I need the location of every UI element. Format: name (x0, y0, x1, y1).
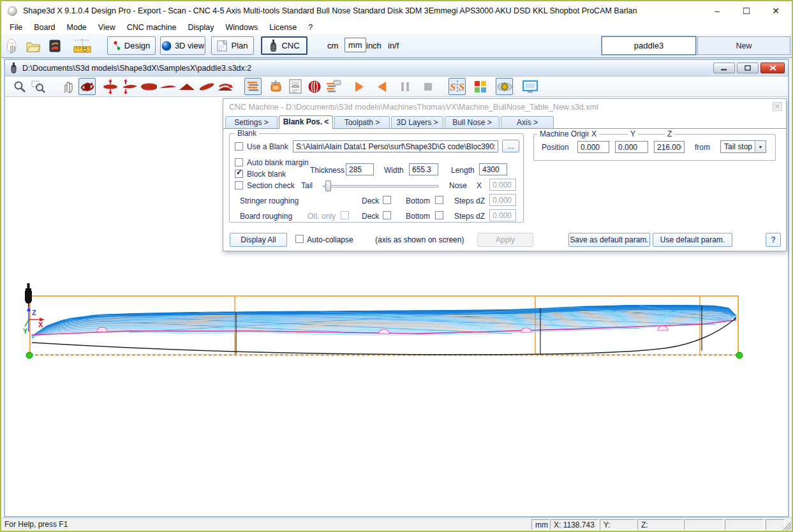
section-check-checkbox[interactable] (235, 181, 243, 189)
menu-cnc-machine[interactable]: CNC machine (121, 22, 182, 33)
block-blank-checkbox[interactable]: ✓ (235, 170, 243, 178)
child-restore-button[interactable] (737, 63, 759, 73)
menu-license[interactable]: License (263, 22, 302, 33)
menu-windows[interactable]: Windows (219, 22, 263, 33)
origin-z-label: Z (665, 129, 674, 138)
menu-mode[interactable]: Mode (61, 22, 93, 33)
unit-cm[interactable]: cm (327, 41, 338, 50)
chevron-down-icon[interactable]: ▼ (755, 141, 766, 152)
run-forward-icon[interactable] (350, 78, 367, 95)
adjust-rocker-icon[interactable] (121, 78, 138, 95)
section-slider[interactable] (323, 185, 439, 188)
section-slider-thumb[interactable] (325, 181, 331, 191)
toolpath-lines-icon[interactable] (244, 78, 262, 95)
layer-colors-icon[interactable] (471, 78, 489, 95)
board-deck-checkbox[interactable] (383, 211, 391, 219)
unit-mm-selected[interactable]: mm (345, 38, 366, 52)
board-machine-settings-icon[interactable] (496, 78, 513, 95)
menu-help[interactable]: ? (302, 22, 318, 33)
measure-icon[interactable] (71, 38, 93, 54)
use-default-button[interactable]: Use default param. (653, 233, 732, 247)
tab-blank-pos[interactable]: Blank Pos. < (279, 115, 333, 129)
dialog-close-icon[interactable]: ✕ (773, 102, 782, 111)
section-view-icon[interactable] (178, 78, 195, 95)
rotate-view-icon[interactable] (78, 78, 96, 95)
model-name-input[interactable] (602, 36, 696, 55)
child-close-button[interactable] (760, 63, 785, 73)
from-dropdown[interactable]: Tail stop ▼ (720, 140, 766, 153)
3d-sphere-icon (161, 41, 172, 51)
outline-view-icon[interactable] (140, 78, 157, 95)
flip-board-icon[interactable] (216, 78, 233, 95)
speed-sphere-icon[interactable] (306, 78, 323, 95)
pan-hand-icon[interactable] (59, 78, 77, 95)
plan-view-button[interactable]: Plan (211, 36, 254, 55)
use-a-blank-label: Use a Blank (247, 142, 288, 151)
unit-inch[interactable]: inch (366, 41, 382, 50)
select-board-icon[interactable] (4, 38, 22, 54)
stringer-deck-checkbox[interactable] (383, 196, 391, 204)
zoom-window-icon[interactable] (30, 78, 47, 95)
pause-icon[interactable] (396, 78, 413, 95)
zoom-in-icon[interactable] (11, 78, 28, 95)
menu-file[interactable]: File (4, 22, 28, 33)
status-empty-2 (725, 519, 764, 530)
maximize-button[interactable]: ☐ (732, 1, 761, 20)
tab-3d-layers[interactable]: 3D Layers > (391, 116, 443, 128)
tab-axis[interactable]: Axis > (501, 116, 554, 128)
help-button[interactable]: ? (766, 233, 781, 247)
tab-settings[interactable]: Settings > (225, 116, 278, 128)
3d-view-button[interactable]: 3D view (160, 36, 205, 55)
auto-collapse-checkbox[interactable] (295, 235, 304, 243)
origin-x-field[interactable] (577, 141, 609, 153)
perspective-view-icon[interactable] (197, 78, 214, 95)
width-field[interactable] (409, 163, 438, 175)
print-icon[interactable] (46, 38, 64, 54)
browse-blank-button[interactable]: ... (502, 140, 519, 152)
status-help-text: For Help, press F1 (4, 520, 68, 529)
auto-blank-margin-checkbox[interactable] (235, 158, 243, 166)
close-button[interactable]: ✕ (761, 1, 790, 20)
menu-display[interactable]: Display (182, 22, 219, 33)
menu-board[interactable]: Board (28, 22, 61, 33)
cnc-mode-button[interactable]: CNC (261, 36, 308, 55)
save-default-button[interactable]: Save as default param. (568, 233, 650, 247)
from-label: from (695, 143, 710, 152)
adjust-thickness-icon[interactable] (101, 78, 119, 95)
open-file-icon[interactable] (24, 38, 42, 54)
stop-icon[interactable] (419, 78, 436, 95)
stringer-bottom-checkbox[interactable] (435, 196, 443, 204)
dialog-title: CNC Machine - D:\Documents\S3d models\Ma… (223, 99, 786, 115)
origin-z-field[interactable] (654, 141, 685, 153)
length-field[interactable] (479, 163, 507, 175)
cnc-machine-dialog[interactable]: CNC Machine - D:\Documents\S3d models\Ma… (223, 98, 787, 251)
main-toolbar: Design 3D view Plan CNC cm mm inch in/f … (1, 34, 792, 58)
blank-group-label: Blank (235, 129, 259, 138)
board-stepsdz-label: Steps dZ (454, 212, 485, 221)
child-minimize-button[interactable] (713, 63, 735, 73)
gcode-file-icon[interactable] (286, 78, 304, 95)
tab-bull-nose[interactable]: Bull Nose > (445, 116, 500, 128)
unit-inf[interactable]: in/f (388, 41, 399, 50)
menu-view[interactable]: View (93, 22, 121, 33)
blank-path-field[interactable] (293, 140, 498, 152)
status-x: X: 1138.743 (550, 519, 599, 530)
minimize-button[interactable]: – (702, 1, 732, 20)
profile-view-icon[interactable] (159, 78, 176, 95)
toolpath-export-icon[interactable] (325, 78, 342, 95)
board-bottom-checkbox[interactable] (435, 211, 443, 219)
design-mode-button[interactable]: Design (107, 36, 156, 55)
blank-group: Blank Use a Blank ... Auto blank margin … (229, 133, 524, 223)
run-backward-icon[interactable] (373, 78, 390, 95)
thickness-field[interactable] (346, 163, 374, 175)
display-all-button[interactable]: Display All (230, 233, 287, 247)
fullscreen-sim-icon[interactable] (521, 78, 538, 95)
machine-sim-icon[interactable] (267, 78, 285, 95)
resize-grip[interactable] (783, 522, 791, 530)
document-title-bar[interactable]: D:\Documents\S3d models\Shape3dX\Samples… (5, 60, 788, 77)
mirror-toolpath-icon[interactable]: SS (448, 78, 466, 95)
use-a-blank-checkbox[interactable] (235, 142, 243, 151)
tab-toolpath[interactable]: Toolpath > (334, 116, 390, 128)
new-board-button[interactable]: New (697, 36, 790, 55)
origin-y-field[interactable] (615, 141, 648, 153)
